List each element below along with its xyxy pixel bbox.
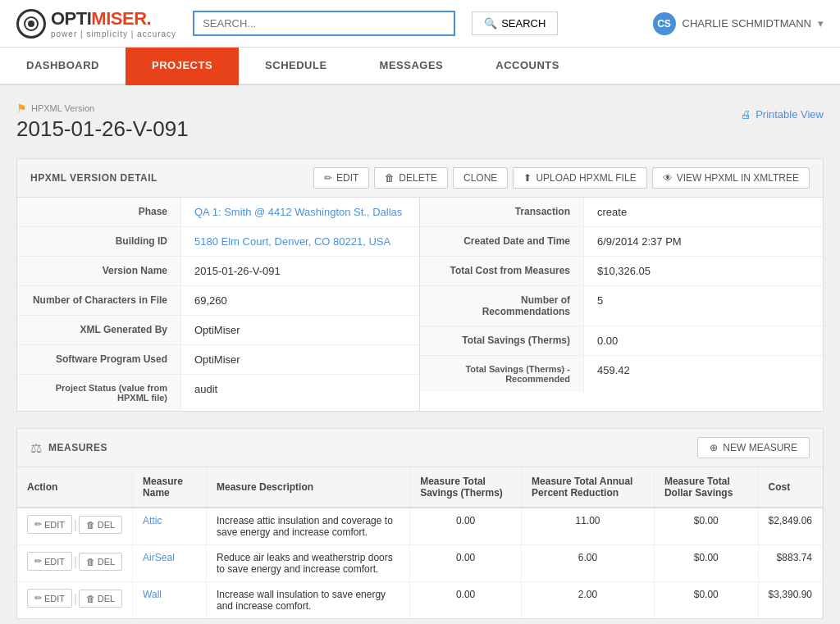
value-building-id: 5180 Elm Court, Denver, CO 80221, USA (181, 227, 419, 256)
wall-del-button[interactable]: 🗑 DEL (79, 590, 122, 608)
printable-view-link[interactable]: 🖨 Printable View (741, 108, 824, 121)
page-content: ⚑ HPXML Version 2015-01-26-V-091 🖨 Print… (0, 85, 840, 624)
separator: | (74, 555, 77, 568)
value-phase: QA 1: Smith @ 4412 Washington St., Dalla… (181, 198, 419, 226)
label-xml-gen: XML Generated By (17, 316, 181, 344)
attic-annual-pct: 11.00 (522, 508, 655, 545)
detail-card: HPXML VERSION DETAIL ✏ EDIT 🗑 DELETE CLO… (16, 158, 824, 412)
avatar: CS (653, 12, 676, 35)
detail-card-header: HPXML VERSION DETAIL ✏ EDIT 🗑 DELETE CLO… (17, 159, 823, 198)
label-total-cost: Total Cost from Measures (420, 257, 584, 285)
airseal-del-button[interactable]: 🗑 DEL (79, 553, 122, 571)
nav-dashboard[interactable]: DASHBOARD (0, 48, 126, 85)
value-savings-therms: 0.00 (584, 326, 823, 355)
attic-del-button[interactable]: 🗑 DEL (79, 516, 122, 534)
view-xml-button[interactable]: 👁 VIEW HPXML IN XMLTREE (652, 167, 810, 189)
nav-projects[interactable]: PROJECTS (126, 48, 239, 85)
wall-dollar-savings: $0.00 (654, 582, 758, 619)
logo-icon (16, 9, 46, 39)
search-input[interactable] (193, 11, 455, 36)
detail-row-phase: Phase QA 1: Smith @ 4412 Washington St.,… (17, 198, 419, 227)
chevron-down-icon[interactable]: ▾ (818, 17, 824, 30)
label-version-name: Version Name (17, 257, 181, 285)
phase-link[interactable]: QA 1: Smith @ 4412 Washington St., Dalla… (194, 206, 402, 218)
value-savings-therms-rec: 459.42 (584, 356, 823, 392)
trash-icon: 🗑 (86, 557, 95, 567)
attic-description: Increase attic insulation and coverage t… (207, 508, 410, 545)
label-savings-therms-rec: Total Savings (Therms) - Recommended (420, 356, 584, 392)
label-phase: Phase (17, 198, 181, 226)
detail-row-software: Software Program Used OptiMiser (17, 345, 419, 375)
detail-row-total-cost: Total Cost from Measures $10,326.05 (420, 257, 823, 286)
measures-header: ⚖ MEASURES (30, 440, 107, 456)
value-project-status: audit (181, 375, 419, 411)
measures-card: ⚖ MEASURES ⊕ NEW MEASURE Action Measure … (16, 428, 824, 619)
detail-row-savings-therms: Total Savings (Therms) 0.00 (420, 326, 823, 356)
detail-right: Transaction create Created Date and Time… (420, 198, 823, 411)
wall-name: Wall (133, 582, 207, 619)
label-building-id: Building ID (17, 227, 181, 256)
measures-card-header: ⚖ MEASURES ⊕ NEW MEASURE (17, 429, 823, 467)
pencil-icon: ✏ (34, 593, 42, 604)
attic-dollar-savings: $0.00 (654, 508, 758, 545)
flag-icon: ⚑ (16, 102, 27, 115)
delete-button[interactable]: 🗑 DELETE (374, 167, 448, 189)
wall-edit-button[interactable]: ✏ EDIT (27, 589, 72, 608)
edit-del-group: ✏ EDIT | 🗑 DEL (27, 515, 122, 534)
wall-savings-therms: 0.00 (410, 582, 522, 619)
wall-annual-pct: 2.00 (522, 582, 655, 619)
logo: OPTIMISER. power | simplicity | accuracy (16, 8, 176, 39)
edit-del-group: ✏ EDIT | 🗑 DEL (27, 589, 122, 608)
pencil-icon: ✏ (34, 519, 42, 530)
clone-button[interactable]: CLONE (453, 167, 508, 189)
measures-table: Action Measure Name Measure Description … (17, 467, 823, 618)
new-measure-button[interactable]: ⊕ NEW MEASURE (697, 437, 810, 458)
separator: | (74, 518, 77, 531)
logo-miser: MISER (91, 8, 146, 29)
pencil-icon: ✏ (324, 172, 332, 184)
search-box (193, 11, 455, 36)
label-savings-therms: Total Savings (Therms) (420, 326, 584, 355)
search-button[interactable]: 🔍 SEARCH (472, 11, 558, 35)
upload-hpxml-button[interactable]: ⬆ UPLOAD HPXML FILE (513, 167, 646, 189)
nav-messages[interactable]: MESSAGES (354, 48, 470, 85)
col-description: Measure Description (207, 467, 410, 508)
logo-opti: OPTI (51, 8, 91, 29)
attic-edit-button[interactable]: ✏ EDIT (27, 515, 72, 534)
pencil-icon: ✏ (34, 556, 42, 567)
detail-table: Phase QA 1: Smith @ 4412 Washington St.,… (17, 198, 823, 411)
value-char-count: 69,260 (181, 286, 419, 315)
detail-row-version-name: Version Name 2015-01-26-V-091 (17, 257, 419, 286)
airseal-edit-button[interactable]: ✏ EDIT (27, 552, 72, 571)
col-cost: Cost (758, 467, 822, 508)
attic-link[interactable]: Attic (143, 515, 162, 526)
user-area: CS CHARLIE SCHMIDTMANN ▾ (653, 12, 824, 35)
row-attic-actions: ✏ EDIT | 🗑 DEL (17, 508, 133, 545)
row-airseal-actions: ✏ EDIT | 🗑 DEL (17, 545, 133, 582)
logo-text: OPTIMISER. power | simplicity | accuracy (51, 8, 176, 39)
nav-accounts[interactable]: ACCOUNTS (469, 48, 586, 85)
wall-link[interactable]: Wall (143, 589, 162, 600)
edit-del-group: ✏ EDIT | 🗑 DEL (27, 552, 122, 571)
page-header: OPTIMISER. power | simplicity | accuracy… (0, 0, 840, 48)
detail-row-transaction: Transaction create (420, 198, 823, 227)
wall-cost: $3,390.90 (758, 582, 822, 619)
airseal-description: Reduce air leaks and weatherstrip doors … (207, 545, 410, 582)
edit-button[interactable]: ✏ EDIT (313, 167, 369, 189)
measures-icon: ⚖ (30, 440, 42, 456)
detail-row-savings-therms-rec: Total Savings (Therms) - Recommended 459… (420, 356, 823, 392)
airseal-link[interactable]: AirSeal (143, 552, 175, 563)
value-created-date: 6/9/2014 2:37 PM (584, 227, 823, 256)
detail-row-xml-gen: XML Generated By OptiMiser (17, 316, 419, 345)
building-link[interactable]: 5180 Elm Court, Denver, CO 80221, USA (194, 235, 390, 248)
value-xml-gen: OptiMiser (181, 316, 419, 344)
col-measure-name: Measure Name (133, 467, 207, 508)
trash-icon: 🗑 (86, 594, 95, 604)
nav-schedule[interactable]: SCHEDULE (239, 48, 354, 85)
trash-icon: 🗑 (86, 520, 95, 530)
label-char-count: Number of Characters in File (17, 286, 181, 315)
logo-sub: power | simplicity | accuracy (51, 30, 176, 39)
value-transaction: create (584, 198, 823, 226)
user-name: CHARLIE SCHMIDTMANN (682, 17, 811, 30)
measures-table-header-row: Action Measure Name Measure Description … (17, 467, 823, 508)
